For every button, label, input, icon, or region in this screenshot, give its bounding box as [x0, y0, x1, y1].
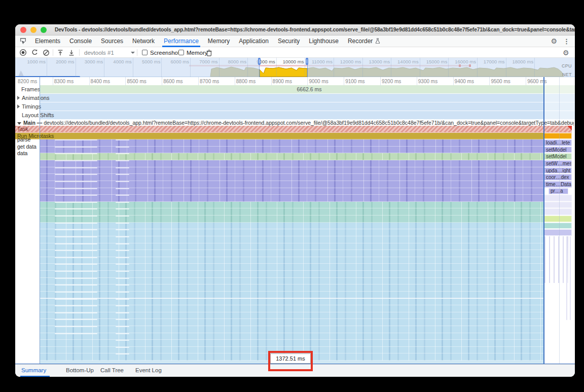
flame-bar[interactable]: #… — [116, 340, 129, 341]
screenshots-checkbox[interactable]: Screenshots — [142, 48, 182, 57]
flame-row[interactable] — [40, 188, 543, 195]
flame-bar[interactable]: #… — [116, 236, 129, 237]
flame-bar[interactable]: tim…ata — [55, 188, 97, 189]
flame-bar[interactable]: #… — [116, 257, 129, 258]
flame-row[interactable] — [40, 271, 543, 278]
flame-bar-right[interactable]: time…Data — [544, 181, 572, 188]
flame-bar[interactable]: #a…l — [55, 243, 97, 244]
collapse-arrow-icon[interactable] — [17, 122, 21, 125]
flame-row[interactable]: Run Microtasks — [15, 133, 543, 140]
flame-bar[interactable]: app…vel — [55, 202, 97, 203]
flame-bar[interactable]: set…mes — [55, 160, 97, 161]
flame-row[interactable] — [40, 299, 543, 306]
flame-bar-right[interactable] — [544, 195, 572, 201]
details-tab-bottom-up[interactable]: Bottom-Up — [66, 367, 94, 373]
tab-console[interactable]: Console — [65, 35, 96, 47]
flame-bar[interactable]: #… — [116, 243, 129, 244]
flame-bar[interactable]: #a…l — [55, 236, 97, 237]
flame-bar[interactable]: #a…l — [55, 292, 97, 293]
flame-bar[interactable]: #a…l — [55, 250, 97, 251]
flame-row[interactable] — [40, 202, 543, 209]
flame-bar[interactable]: u…t — [116, 167, 129, 168]
flame-bar[interactable]: #… — [116, 292, 129, 293]
clear-button[interactable] — [43, 48, 50, 57]
flame-row[interactable] — [40, 333, 543, 340]
tab-elements[interactable]: Elements — [30, 35, 65, 47]
flame-bar[interactable]: #a…l — [55, 284, 97, 286]
flame-bar-right[interactable] — [544, 202, 572, 208]
flame-bar-right[interactable] — [544, 223, 572, 229]
inspect-element-button[interactable] — [15, 38, 30, 45]
tab-sources[interactable]: Sources — [96, 35, 128, 47]
flame-bar-right[interactable]: loadi…lete — [544, 139, 572, 146]
flame-row[interactable] — [40, 292, 543, 299]
flame-bar[interactable]: #ap…vel — [55, 216, 97, 217]
flame-bar[interactable]: #a…l — [55, 326, 97, 327]
tab-performance[interactable]: Performance — [159, 35, 203, 47]
flame-bar-right[interactable]: setW…mes — [544, 160, 572, 167]
flame-row[interactable] — [40, 264, 543, 271]
flame-bar[interactable]: #… — [116, 305, 129, 306]
window-left-handle[interactable] — [258, 58, 261, 65]
flame-row[interactable] — [40, 326, 543, 333]
settings-gear-icon[interactable]: ⚙ — [551, 38, 557, 45]
save-profile-button[interactable] — [68, 48, 75, 57]
track-label-animations[interactable]: Animations — [17, 95, 49, 101]
flame-row[interactable] — [40, 139, 543, 147]
tab-lighthouse[interactable]: Lighthouse — [304, 35, 343, 47]
flame-bar[interactable]: #… — [116, 299, 129, 300]
flame-row[interactable] — [40, 257, 543, 264]
flame-bar-right[interactable]: setModel — [544, 153, 572, 160]
flame-row[interactable] — [40, 284, 543, 292]
animations-track-band[interactable] — [40, 94, 575, 102]
flame-bar[interactable]: pro…ace — [55, 195, 97, 196]
zoom-window-button[interactable] — [41, 27, 47, 33]
flame-row[interactable] — [40, 153, 543, 160]
flame-bar-right[interactable] — [544, 208, 572, 215]
flame-bar[interactable]: upd…ght — [55, 167, 97, 168]
flame-row[interactable] — [40, 305, 543, 312]
flame-bar[interactable]: s…l — [116, 147, 129, 148]
flame-bar[interactable]: #… — [116, 312, 129, 313]
track-label-timings[interactable]: Timings — [17, 103, 41, 110]
flame-bar[interactable]: t…a — [116, 188, 129, 189]
flame-bar[interactable]: setModel — [55, 147, 97, 148]
flame-row[interactable] — [40, 181, 543, 188]
flame-bar-right[interactable] — [544, 216, 572, 222]
flame-row[interactable] — [40, 312, 543, 319]
flame-bar[interactable]: #… — [116, 333, 129, 334]
flame-bar[interactable]: #… — [116, 271, 129, 272]
track-label-layout-shifts[interactable]: Layout Shifts — [22, 112, 54, 118]
load-profile-button[interactable] — [57, 48, 64, 57]
flame-bar-right[interactable] — [544, 133, 572, 139]
capture-settings-button[interactable]: ⚙ — [563, 48, 569, 57]
window-titlebar[interactable]: DevTools - devtools://devtools/bundled/d… — [15, 24, 575, 35]
flame-bar[interactable]: #… — [116, 278, 129, 279]
flame-row[interactable] — [40, 319, 543, 326]
flame-bar[interactable]: tim…ata — [55, 181, 97, 182]
flame-bar[interactable]: #… — [116, 347, 129, 348]
flame-bar[interactable]: t…a — [116, 181, 129, 182]
flame-bar[interactable]: #… — [116, 326, 129, 327]
details-tab-call-tree[interactable]: Call Tree — [100, 367, 124, 373]
flame-bar-right[interactable] — [544, 229, 572, 236]
flame-bar[interactable]: #a…l — [55, 278, 97, 279]
tab-security[interactable]: Security — [273, 35, 304, 47]
flame-bar-right[interactable]: setModel — [544, 147, 572, 153]
flame-bar[interactable]: p… — [116, 195, 129, 196]
reload-and-record-button[interactable] — [31, 48, 39, 57]
record-button[interactable] — [19, 48, 27, 57]
flame-bar[interactable]: a…l — [116, 202, 129, 203]
flame-bar-right-task[interactable] — [544, 126, 572, 133]
flame-row[interactable] — [40, 229, 543, 236]
flame-row[interactable]: Task — [15, 126, 543, 133]
tab-application[interactable]: Application — [234, 35, 273, 47]
flame-row[interactable] — [40, 216, 543, 223]
profile-select-caret[interactable] — [131, 48, 135, 57]
flame-row[interactable] — [40, 208, 543, 216]
flame-row[interactable] — [40, 160, 543, 167]
flame-bar[interactable]: #a…l — [55, 305, 97, 306]
flame-bar[interactable]: #… — [116, 223, 129, 224]
flame-row[interactable] — [40, 223, 543, 230]
flame-row[interactable] — [40, 174, 543, 181]
